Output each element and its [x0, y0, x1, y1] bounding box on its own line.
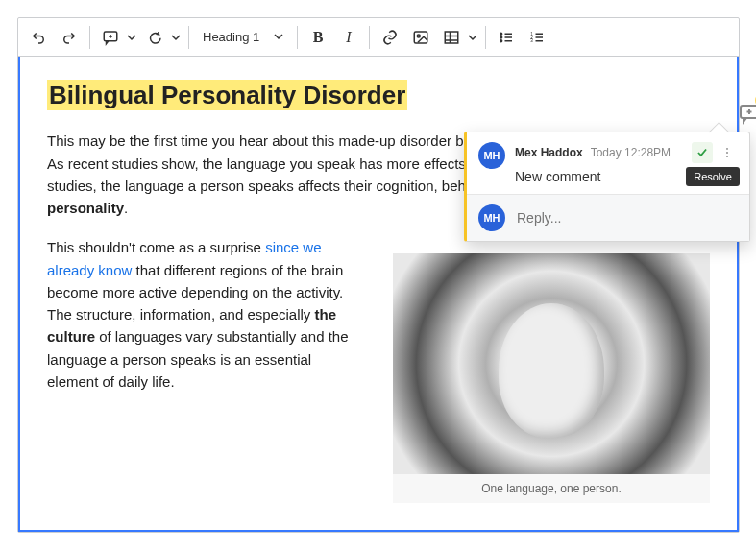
svg-text:3: 3 [530, 38, 533, 43]
editor-frame: Heading 1 B I 123 Bilingual Personality … [17, 17, 740, 533]
comment-panel: MH Mex Haddox Today 12:28PM Resolve [464, 132, 750, 242]
comment-item: MH Mex Haddox Today 12:28PM Resolve [467, 132, 749, 194]
separator [297, 26, 298, 49]
svg-point-5 [500, 36, 502, 38]
figure-caption[interactable]: One language, one person. [393, 474, 710, 503]
phrenology-head-icon [499, 303, 604, 438]
numbered-list-button[interactable]: 123 [523, 23, 551, 52]
bold-button[interactable]: B [304, 23, 332, 52]
comments-dropdown[interactable] [169, 23, 183, 52]
svg-point-4 [500, 33, 502, 35]
toolbar: Heading 1 B I 123 [18, 18, 739, 57]
reply-input[interactable] [515, 209, 738, 227]
redo-button[interactable] [55, 23, 84, 52]
avatar: MH [478, 142, 505, 169]
table-button[interactable] [437, 23, 466, 52]
page-title[interactable]: Bilingual Personality Disorder [47, 80, 407, 110]
chevron-down-icon [274, 30, 283, 44]
heading-select[interactable]: Heading 1 [195, 23, 291, 52]
separator [89, 26, 90, 49]
italic-button[interactable]: I [334, 23, 363, 52]
comment-more-button[interactable] [717, 142, 738, 163]
comment-author: Mex Haddox [515, 146, 583, 159]
paragraph-2[interactable]: This shouldn't come as a surprise since … [47, 236, 358, 393]
add-comment-combo [96, 23, 138, 52]
comments-combo [140, 23, 183, 52]
table-combo [437, 23, 479, 52]
heading-label: Heading 1 [203, 30, 259, 44]
comment-timestamp: Today 12:28PM [591, 146, 671, 159]
svg-point-6 [500, 39, 502, 41]
svg-rect-3 [445, 32, 458, 43]
table-dropdown[interactable] [466, 23, 479, 52]
image-button[interactable] [406, 23, 435, 52]
svg-point-2 [417, 35, 420, 37]
add-comment-button[interactable] [96, 23, 125, 52]
comment-reply-row: MH [467, 194, 749, 241]
svg-point-13 [726, 156, 728, 157]
link-button[interactable] [376, 23, 404, 52]
resolve-button[interactable] [692, 142, 713, 163]
editor-content[interactable]: Bilingual Personality Disorder This may … [18, 57, 739, 532]
add-comment-dropdown[interactable] [125, 23, 138, 52]
comments-button[interactable] [140, 23, 169, 52]
separator [485, 26, 486, 49]
svg-point-12 [726, 152, 728, 154]
figure-image[interactable] [393, 253, 710, 474]
separator [369, 26, 370, 49]
svg-point-11 [726, 148, 728, 150]
figure: One language, one person. [393, 253, 710, 503]
comment-thread-indicator[interactable]: 1 [733, 97, 756, 130]
undo-button[interactable] [24, 23, 53, 52]
bullet-list-button[interactable] [492, 23, 521, 52]
resolve-tooltip: Resolve [686, 167, 740, 186]
separator [188, 26, 189, 49]
avatar: MH [478, 204, 505, 231]
